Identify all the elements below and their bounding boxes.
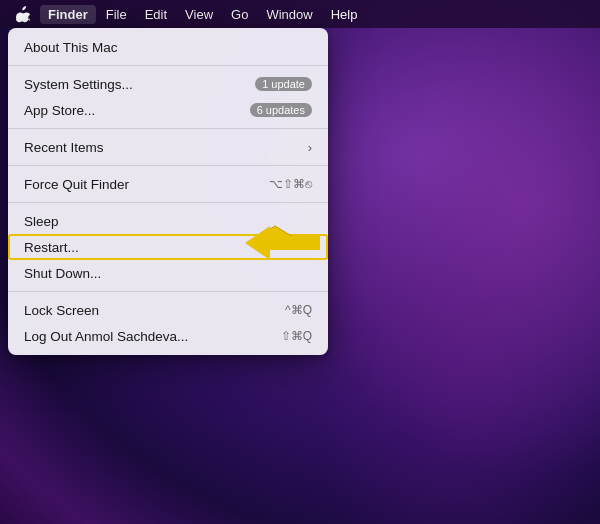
menu-item-restart[interactable]: Restart... [8, 234, 328, 260]
menu-separator-3 [8, 165, 328, 166]
menubar-go[interactable]: Go [223, 5, 256, 24]
menu-item-lock-screen-label: Lock Screen [24, 303, 99, 318]
menu-item-about-label: About This Mac [24, 40, 118, 55]
desktop: Finder File Edit View Go Window Help Abo… [0, 0, 600, 524]
menu-item-shut-down[interactable]: Shut Down... [8, 260, 328, 286]
menubar-finder[interactable]: Finder [40, 5, 96, 24]
menu-item-sleep-label: Sleep [24, 214, 59, 229]
menu-separator-1 [8, 65, 328, 66]
menu-item-recent-items[interactable]: Recent Items › [8, 134, 328, 160]
menu-item-sleep[interactable]: Sleep [8, 208, 328, 234]
menu-item-force-quit-label: Force Quit Finder [24, 177, 129, 192]
menu-item-lock-screen[interactable]: Lock Screen ^⌘Q [8, 297, 328, 323]
menu-separator-2 [8, 128, 328, 129]
menu-item-shut-down-label: Shut Down... [24, 266, 101, 281]
menubar-file[interactable]: File [98, 5, 135, 24]
force-quit-shortcut: ⌥⇧⌘⎋ [269, 177, 312, 191]
menu-item-force-quit[interactable]: Force Quit Finder ⌥⇧⌘⎋ [8, 171, 328, 197]
app-store-badge: 6 updates [250, 103, 312, 117]
menu-item-recent-items-label: Recent Items [24, 140, 104, 155]
menu-item-about[interactable]: About This Mac [8, 34, 328, 60]
menu-item-app-store-label: App Store... [24, 103, 95, 118]
menubar-window[interactable]: Window [258, 5, 320, 24]
menu-item-restart-label: Restart... [24, 240, 79, 255]
menu-item-log-out[interactable]: Log Out Anmol Sachdeva... ⇧⌘Q [8, 323, 328, 349]
menubar: Finder File Edit View Go Window Help [0, 0, 600, 28]
log-out-shortcut: ⇧⌘Q [281, 329, 312, 343]
menubar-edit[interactable]: Edit [137, 5, 175, 24]
menu-separator-4 [8, 202, 328, 203]
lock-screen-shortcut: ^⌘Q [285, 303, 312, 317]
apple-menu-trigger[interactable] [8, 4, 38, 25]
menu-separator-5 [8, 291, 328, 292]
menubar-help[interactable]: Help [323, 5, 366, 24]
menubar-view[interactable]: View [177, 5, 221, 24]
menu-item-system-settings[interactable]: System Settings... 1 update [8, 71, 328, 97]
apple-dropdown-menu: About This Mac System Settings... 1 upda… [8, 28, 328, 355]
menu-item-app-store[interactable]: App Store... 6 updates [8, 97, 328, 123]
menu-item-log-out-label: Log Out Anmol Sachdeva... [24, 329, 188, 344]
menu-item-system-settings-label: System Settings... [24, 77, 133, 92]
recent-items-chevron-icon: › [308, 140, 312, 155]
system-settings-badge: 1 update [255, 77, 312, 91]
